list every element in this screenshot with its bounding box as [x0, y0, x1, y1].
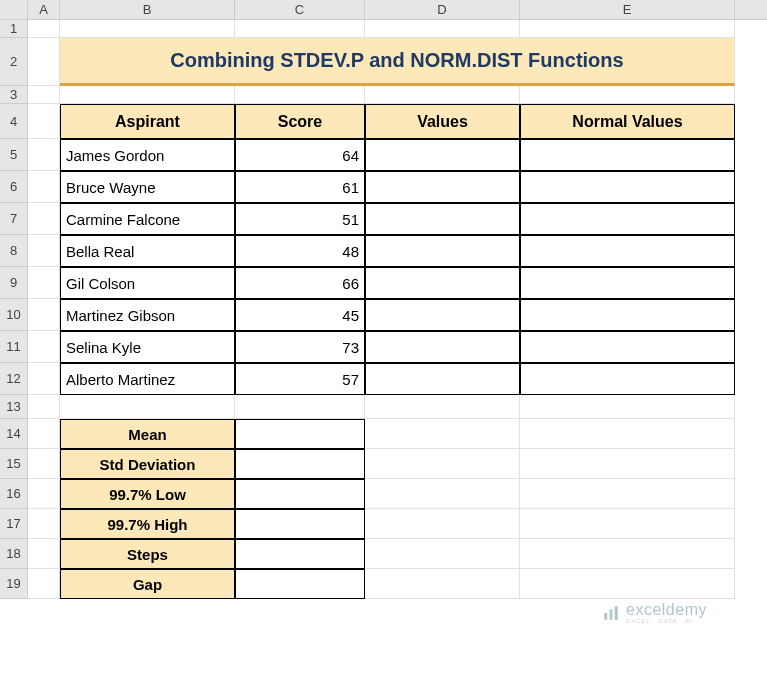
cell-D17[interactable]: [365, 509, 520, 539]
label-steps[interactable]: Steps: [60, 539, 235, 569]
cell-D16[interactable]: [365, 479, 520, 509]
label-mean[interactable]: Mean: [60, 419, 235, 449]
col-header-E[interactable]: E: [520, 0, 735, 19]
title-cell[interactable]: Combining STDEV.P and NORM.DIST Function…: [60, 38, 735, 86]
cell-normal[interactable]: [520, 171, 735, 203]
label-low[interactable]: 99.7% Low: [60, 479, 235, 509]
cell-E16[interactable]: [520, 479, 735, 509]
cell-aspirant[interactable]: Carmine Falcone: [60, 203, 235, 235]
cell-C13[interactable]: [235, 395, 365, 419]
value-mean[interactable]: [235, 419, 365, 449]
cell-score[interactable]: 73: [235, 331, 365, 363]
cell-score[interactable]: 51: [235, 203, 365, 235]
row-header-17[interactable]: 17: [0, 509, 28, 539]
value-steps[interactable]: [235, 539, 365, 569]
cell-D13[interactable]: [365, 395, 520, 419]
cell-score[interactable]: 57: [235, 363, 365, 395]
cell-A14[interactable]: [28, 419, 60, 449]
value-gap[interactable]: [235, 569, 365, 599]
cell-A8[interactable]: [28, 235, 60, 267]
cell-A18[interactable]: [28, 539, 60, 569]
cell-C1[interactable]: [235, 20, 365, 38]
cell-values[interactable]: [365, 203, 520, 235]
cell-aspirant[interactable]: James Gordon: [60, 139, 235, 171]
cell-values[interactable]: [365, 139, 520, 171]
cell-score[interactable]: 64: [235, 139, 365, 171]
cell-A13[interactable]: [28, 395, 60, 419]
cell-A6[interactable]: [28, 171, 60, 203]
cell-A12[interactable]: [28, 363, 60, 395]
cell-E19[interactable]: [520, 569, 735, 599]
cell-D18[interactable]: [365, 539, 520, 569]
value-high[interactable]: [235, 509, 365, 539]
cell-aspirant[interactable]: Bella Real: [60, 235, 235, 267]
cell-values[interactable]: [365, 171, 520, 203]
cell-A7[interactable]: [28, 203, 60, 235]
cell-E1[interactable]: [520, 20, 735, 38]
cell-aspirant[interactable]: Martinez Gibson: [60, 299, 235, 331]
row-header-9[interactable]: 9: [0, 267, 28, 299]
value-low[interactable]: [235, 479, 365, 509]
cell-normal[interactable]: [520, 331, 735, 363]
cell-D1[interactable]: [365, 20, 520, 38]
cell-C3[interactable]: [235, 86, 365, 104]
col-header-B[interactable]: B: [60, 0, 235, 19]
cell-E13[interactable]: [520, 395, 735, 419]
cell-A5[interactable]: [28, 139, 60, 171]
cell-E3[interactable]: [520, 86, 735, 104]
row-header-1[interactable]: 1: [0, 20, 28, 38]
cell-score[interactable]: 48: [235, 235, 365, 267]
cell-A4[interactable]: [28, 104, 60, 139]
cell-D19[interactable]: [365, 569, 520, 599]
cell-values[interactable]: [365, 363, 520, 395]
cell-A1[interactable]: [28, 20, 60, 38]
row-header-12[interactable]: 12: [0, 363, 28, 395]
row-header-14[interactable]: 14: [0, 419, 28, 449]
row-header-13[interactable]: 13: [0, 395, 28, 419]
row-header-3[interactable]: 3: [0, 86, 28, 104]
label-high[interactable]: 99.7% High: [60, 509, 235, 539]
cell-normal[interactable]: [520, 299, 735, 331]
cell-B1[interactable]: [60, 20, 235, 38]
header-score[interactable]: Score: [235, 104, 365, 139]
cell-A10[interactable]: [28, 299, 60, 331]
col-header-C[interactable]: C: [235, 0, 365, 19]
row-header-6[interactable]: 6: [0, 171, 28, 203]
cell-values[interactable]: [365, 331, 520, 363]
cell-values[interactable]: [365, 299, 520, 331]
row-header-15[interactable]: 15: [0, 449, 28, 479]
cell-E18[interactable]: [520, 539, 735, 569]
cell-D14[interactable]: [365, 419, 520, 449]
row-header-8[interactable]: 8: [0, 235, 28, 267]
row-header-10[interactable]: 10: [0, 299, 28, 331]
cell-B13[interactable]: [60, 395, 235, 419]
cell-E15[interactable]: [520, 449, 735, 479]
cell-B3[interactable]: [60, 86, 235, 104]
col-header-A[interactable]: A: [28, 0, 60, 19]
cell-E17[interactable]: [520, 509, 735, 539]
cell-E14[interactable]: [520, 419, 735, 449]
row-header-16[interactable]: 16: [0, 479, 28, 509]
label-gap[interactable]: Gap: [60, 569, 235, 599]
cell-D3[interactable]: [365, 86, 520, 104]
cell-aspirant[interactable]: Alberto Martinez: [60, 363, 235, 395]
cell-normal[interactable]: [520, 363, 735, 395]
row-header-19[interactable]: 19: [0, 569, 28, 599]
col-header-D[interactable]: D: [365, 0, 520, 19]
cell-D15[interactable]: [365, 449, 520, 479]
cell-aspirant[interactable]: Bruce Wayne: [60, 171, 235, 203]
header-normal[interactable]: Normal Values: [520, 104, 735, 139]
cell-values[interactable]: [365, 235, 520, 267]
cell-score[interactable]: 45: [235, 299, 365, 331]
cell-aspirant[interactable]: Gil Colson: [60, 267, 235, 299]
row-header-7[interactable]: 7: [0, 203, 28, 235]
row-header-4[interactable]: 4: [0, 104, 28, 139]
row-header-18[interactable]: 18: [0, 539, 28, 569]
header-aspirant[interactable]: Aspirant: [60, 104, 235, 139]
cell-score[interactable]: 66: [235, 267, 365, 299]
cell-normal[interactable]: [520, 139, 735, 171]
cell-A15[interactable]: [28, 449, 60, 479]
row-header-5[interactable]: 5: [0, 139, 28, 171]
cell-normal[interactable]: [520, 267, 735, 299]
row-header-2[interactable]: 2: [0, 38, 28, 86]
